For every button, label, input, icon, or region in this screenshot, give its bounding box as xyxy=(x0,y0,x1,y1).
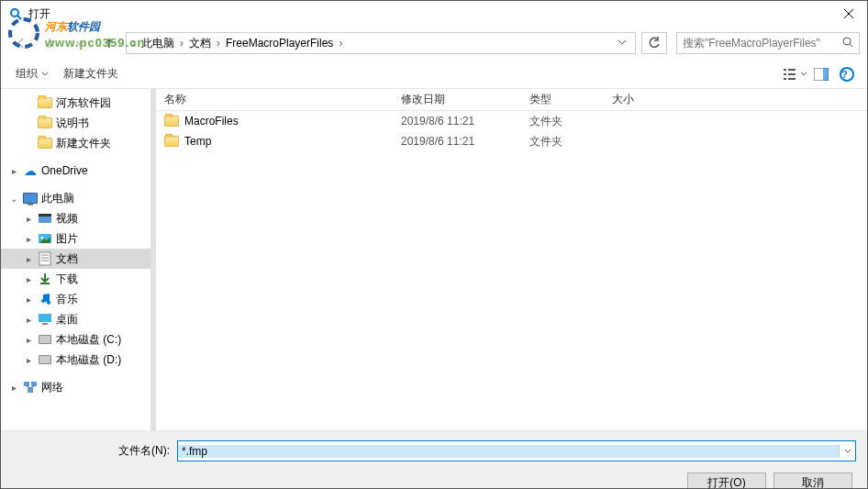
nav-recent-button[interactable] xyxy=(67,32,93,54)
sidebar-item-8[interactable]: ▸图片 xyxy=(1,228,152,249)
svg-point-6 xyxy=(843,38,851,45)
svg-rect-26 xyxy=(42,323,48,325)
new-folder-button[interactable]: 新建文件夹 xyxy=(56,62,126,85)
pic-icon xyxy=(38,231,52,246)
column-name[interactable]: 名称 xyxy=(153,92,390,107)
disk-icon xyxy=(38,352,52,367)
sidebar-item-13[interactable]: ▸本地磁盘 (C:) xyxy=(1,329,152,350)
chevron-down-icon xyxy=(75,39,84,48)
toolbar: 组织 新建文件夹 ? xyxy=(1,60,867,89)
arrow-up-icon xyxy=(102,36,117,50)
search-icon[interactable] xyxy=(842,37,853,50)
column-date[interactable]: 修改日期 xyxy=(390,92,518,107)
sidebar-item-9[interactable]: ▸文档 xyxy=(1,249,152,269)
sidebar-item-6[interactable]: ⌄此电脑 xyxy=(1,188,152,208)
file-date: 2019/8/6 11:21 xyxy=(390,135,518,148)
svg-rect-20 xyxy=(39,252,50,265)
cancel-button[interactable]: 取消 xyxy=(773,472,852,489)
open-button[interactable]: 打开(O) xyxy=(687,472,766,489)
organize-label: 组织 xyxy=(16,66,38,82)
folder-icon xyxy=(38,116,52,130)
chevron-down-icon xyxy=(41,71,49,78)
arrow-left-icon xyxy=(14,36,28,50)
preview-pane-button[interactable] xyxy=(808,63,834,85)
sidebar-item-label: 音乐 xyxy=(56,292,78,307)
sidebar-item-label: OneDrive xyxy=(41,164,88,177)
nav-forward-button[interactable] xyxy=(38,32,63,54)
sidebar-item-12[interactable]: ▸桌面 xyxy=(1,309,152,329)
file-list[interactable]: MacroFiles2019/8/6 11:21文件夹Temp2019/8/6 … xyxy=(153,111,867,430)
sidebar-item-7[interactable]: ▸视频 xyxy=(1,208,152,228)
filename-input[interactable] xyxy=(178,445,839,458)
filename-combo[interactable] xyxy=(177,440,856,461)
preview-pane-icon xyxy=(814,68,829,81)
help-button[interactable]: ? xyxy=(834,63,860,85)
breadcrumb-1[interactable]: 文档 xyxy=(185,36,215,51)
sidebar-item-label: 图片 xyxy=(56,231,78,247)
svg-rect-27 xyxy=(24,382,29,386)
chevron-icon: ▸ xyxy=(23,315,34,325)
nav-back-button[interactable] xyxy=(8,32,34,54)
main-area: 河东软件园说明书新建文件夹▸☁OneDrive⌄此电脑▸视频▸图片▸文档▸下载▸… xyxy=(1,89,867,430)
file-pane: 名称 修改日期 类型 大小 MacroFiles2019/8/6 11:21文件… xyxy=(153,89,867,430)
sidebar-item-14[interactable]: ▸本地磁盘 (D:) xyxy=(1,350,152,370)
chevron-icon: ▸ xyxy=(23,295,34,305)
chevron-down-icon xyxy=(800,71,807,78)
folder-icon xyxy=(164,116,179,127)
file-date: 2019/8/6 11:21 xyxy=(390,115,518,128)
organize-button[interactable]: 组织 xyxy=(8,62,56,85)
sidebar-item-0[interactable]: 河东软件园 xyxy=(1,93,152,113)
svg-point-2 xyxy=(11,9,18,17)
breadcrumb-sep-icon: › xyxy=(130,37,138,50)
search-box[interactable] xyxy=(676,32,860,54)
address-bar[interactable]: › 此电脑 › 文档 › FreeMacroPlayerFiles › xyxy=(126,32,636,54)
sidebar-item-label: 桌面 xyxy=(56,312,78,328)
chevron-icon: ▸ xyxy=(8,166,19,176)
file-row-0[interactable]: MacroFiles2019/8/6 11:21文件夹 xyxy=(153,111,867,131)
svg-rect-9 xyxy=(788,69,796,71)
sidebar-item-16[interactable]: ▸网络 xyxy=(1,377,152,397)
search-input[interactable] xyxy=(683,37,842,50)
sidebar-item-label: 说明书 xyxy=(56,116,89,131)
chevron-icon: ▸ xyxy=(23,254,34,264)
sidebar-item-4[interactable]: ▸☁OneDrive xyxy=(1,161,152,181)
svg-rect-15 xyxy=(823,68,829,81)
column-size[interactable]: 大小 xyxy=(601,92,674,107)
cloud-icon: ☁ xyxy=(23,163,38,178)
pc-icon xyxy=(23,191,38,206)
svg-rect-17 xyxy=(39,214,51,217)
sidebar-item-label: 河东软件园 xyxy=(56,95,111,111)
column-type[interactable]: 类型 xyxy=(518,92,601,107)
filename-dropdown-button[interactable] xyxy=(839,445,855,458)
chevron-icon: ▸ xyxy=(23,274,34,284)
sidebar-item-11[interactable]: ▸音乐 xyxy=(1,289,152,309)
view-list-icon xyxy=(784,68,800,81)
view-mode-button[interactable] xyxy=(783,63,808,85)
file-type: 文件夹 xyxy=(518,114,601,129)
window-title: 打开 xyxy=(28,6,830,22)
svg-rect-13 xyxy=(788,78,796,80)
sidebar-item-10[interactable]: ▸下载 xyxy=(1,269,152,289)
app-icon xyxy=(8,6,23,21)
breadcrumb-0[interactable]: 此电脑 xyxy=(138,36,178,51)
svg-rect-12 xyxy=(784,78,786,80)
file-row-1[interactable]: Temp2019/8/6 11:21文件夹 xyxy=(153,131,867,151)
folder-icon xyxy=(164,136,179,147)
close-button[interactable] xyxy=(830,1,867,27)
address-dropdown-button[interactable] xyxy=(613,37,631,50)
help-icon: ? xyxy=(840,67,854,82)
sidebar-item-2[interactable]: 新建文件夹 xyxy=(1,133,152,153)
refresh-button[interactable] xyxy=(641,32,667,54)
sidebar-item-label: 此电脑 xyxy=(41,191,74,206)
chevron-icon: ▸ xyxy=(8,383,19,393)
breadcrumb-2[interactable]: FreeMacroPlayerFiles xyxy=(222,37,337,50)
splitter-handle[interactable] xyxy=(150,89,156,430)
sidebar-item-1[interactable]: 说明书 xyxy=(1,113,152,133)
arrow-right-icon xyxy=(43,36,58,50)
disk-icon xyxy=(38,332,52,347)
chevron-icon: ⌄ xyxy=(8,194,19,204)
sidebar-tree[interactable]: 河东软件园说明书新建文件夹▸☁OneDrive⌄此电脑▸视频▸图片▸文档▸下载▸… xyxy=(1,89,153,430)
sidebar-item-label: 文档 xyxy=(56,251,78,267)
nav-up-button[interactable] xyxy=(96,32,122,54)
download-icon xyxy=(38,272,52,286)
